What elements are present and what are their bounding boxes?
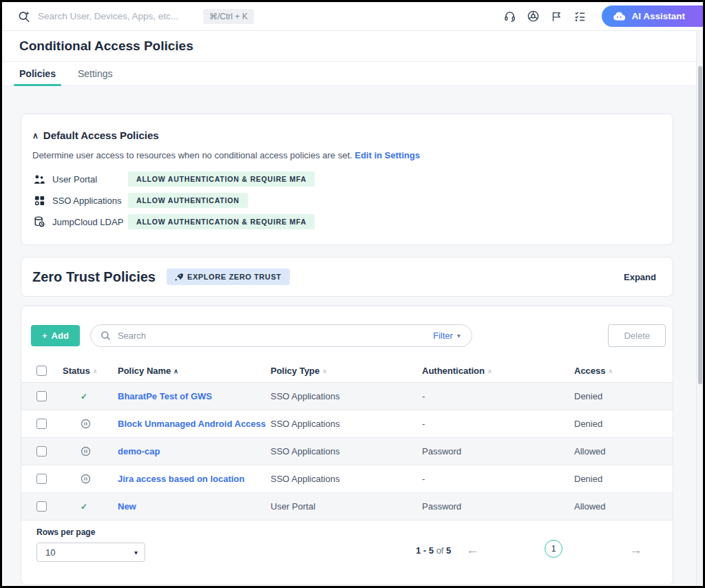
default-access-policies-card: ∧ Default Access Policies Determine user… bbox=[21, 114, 673, 245]
plus-icon: + bbox=[42, 330, 48, 341]
row-checkbox[interactable] bbox=[36, 391, 47, 401]
previous-page-arrow-icon[interactable]: ← bbox=[466, 543, 479, 558]
row-checkbox[interactable] bbox=[36, 446, 47, 456]
authentication-cell: - bbox=[422, 391, 574, 401]
vertical-scrollbar-thumb[interactable] bbox=[698, 66, 702, 384]
policy-name-link[interactable]: New bbox=[118, 501, 271, 512]
policy-name-link[interactable]: BharatPe Test of GWS bbox=[118, 391, 271, 401]
row-checkbox[interactable] bbox=[36, 419, 47, 429]
expand-button[interactable]: Expand bbox=[624, 272, 656, 282]
authentication-cell: - bbox=[422, 474, 574, 484]
rocket-icon bbox=[175, 273, 183, 281]
edit-in-settings-link[interactable]: Edit in Settings bbox=[355, 150, 420, 160]
tasklist-icon[interactable] bbox=[573, 10, 587, 23]
explore-zero-trust-badge[interactable]: EXPLORE ZERO TRUST bbox=[167, 269, 290, 285]
row-checkbox[interactable] bbox=[36, 474, 47, 484]
policy-type-cell: SSO Applications bbox=[271, 474, 422, 484]
row-checkbox[interactable] bbox=[36, 501, 47, 512]
rows-per-page-value: 10 bbox=[45, 547, 134, 558]
table-footer: Rows per page 10 ▾ 1 - 5 of 5 ← 1 → bbox=[21, 521, 673, 584]
table-search-input[interactable] bbox=[118, 330, 433, 341]
vertical-scrollbar-track[interactable] bbox=[696, 30, 703, 586]
default-access-description: Determine user access to resources when … bbox=[32, 150, 659, 160]
default-access-title: Default Access Policies bbox=[43, 129, 159, 141]
sort-caret-icon: ∧ bbox=[173, 368, 178, 375]
sort-caret-icon: ∧ bbox=[322, 368, 327, 375]
pagination-of-label: of bbox=[436, 545, 444, 556]
policy-type-cell: SSO Applications bbox=[271, 446, 422, 456]
default-access-items: User Portal ALLOW AUTHENTICATION & REQUI… bbox=[32, 171, 659, 229]
tab-settings[interactable]: Settings bbox=[72, 63, 118, 85]
status-cell: ✓ bbox=[63, 392, 118, 401]
rows-per-page-label: Rows per page bbox=[36, 527, 145, 537]
app-window: ⌘/Ctrl + K bbox=[0, 0, 705, 588]
caret-down-icon: ▾ bbox=[134, 549, 138, 556]
add-button[interactable]: + Add bbox=[31, 325, 80, 346]
topbar: ⌘/Ctrl + K bbox=[2, 2, 703, 31]
table-search-pill: Filter ▾ bbox=[90, 324, 472, 347]
select-all-checkbox[interactable] bbox=[36, 366, 47, 376]
access-cell: Denied bbox=[574, 474, 673, 484]
status-cell bbox=[63, 474, 118, 484]
tabbar: Policies Settings bbox=[2, 62, 703, 86]
ai-cloud-icon bbox=[613, 12, 626, 21]
tab-policies[interactable]: Policies bbox=[14, 63, 61, 85]
table-toolbar: + Add Filter ▾ Delete bbox=[21, 306, 673, 359]
sort-caret-icon: ∧ bbox=[609, 368, 613, 375]
status-active-icon: ✓ bbox=[81, 392, 87, 401]
column-header-policy-name[interactable]: Policy Name ∧ bbox=[118, 366, 271, 376]
status-paused-icon bbox=[81, 474, 91, 484]
user-portal-icon bbox=[32, 173, 46, 185]
policy-type-cell: SSO Applications bbox=[271, 391, 422, 401]
authentication-cell: Password bbox=[422, 446, 574, 456]
flag-icon[interactable] bbox=[549, 10, 563, 23]
column-header-status[interactable]: Status ∧ bbox=[63, 366, 118, 376]
default-access-badge: ALLOW AUTHENTICATION bbox=[128, 193, 248, 208]
sso-applications-icon bbox=[32, 194, 46, 207]
default-access-badge: ALLOW AUTHENTICATION & REQUIRE MFA bbox=[128, 214, 315, 229]
column-header-access[interactable]: Access ∧ bbox=[574, 366, 673, 376]
pagination-range: 1 - 5 of 5 bbox=[416, 545, 451, 556]
access-cell: Allowed bbox=[574, 501, 673, 512]
global-search-input[interactable] bbox=[38, 11, 196, 21]
search-icon bbox=[101, 330, 111, 341]
add-button-label: Add bbox=[52, 330, 69, 341]
ldap-icon bbox=[32, 216, 46, 228]
authentication-cell: - bbox=[422, 419, 574, 429]
status-cell: ✓ bbox=[63, 502, 118, 512]
zero-trust-title: Zero Trust Policies bbox=[32, 269, 156, 285]
policy-name-link[interactable]: demo-cap bbox=[118, 446, 271, 456]
status-active-icon: ✓ bbox=[81, 502, 87, 512]
rows-per-page-block: Rows per page 10 ▾ bbox=[36, 527, 145, 562]
community-globe-icon[interactable] bbox=[526, 10, 540, 23]
default-access-item-sso: SSO Applications ALLOW AUTHENTICATION bbox=[32, 193, 659, 208]
delete-button[interactable]: Delete bbox=[608, 324, 666, 347]
table-header-row: Status ∧ Policy Name ∧ Policy Type ∧ Aut… bbox=[21, 359, 673, 383]
page-title: Conditional Access Policies bbox=[19, 39, 193, 54]
default-access-item-ldap: JumpCloud LDAP ALLOW AUTHENTICATION & RE… bbox=[32, 214, 659, 229]
default-access-description-text: Determine user access to resources when … bbox=[32, 150, 352, 160]
policy-name-link[interactable]: Block Unmanaged Android Access bbox=[118, 419, 271, 429]
access-cell: Denied bbox=[574, 391, 673, 401]
column-header-policy-type[interactable]: Policy Type ∧ bbox=[271, 366, 422, 376]
policy-type-cell: SSO Applications bbox=[271, 419, 422, 429]
filter-dropdown[interactable]: Filter ▾ bbox=[433, 330, 461, 341]
table-row: Jira access based on location SSO Applic… bbox=[21, 465, 673, 493]
support-headset-icon[interactable] bbox=[503, 10, 516, 23]
column-header-authentication[interactable]: Authentication ∧ bbox=[422, 366, 574, 376]
page-header: Conditional Access Policies bbox=[2, 31, 703, 62]
filter-label: Filter bbox=[433, 330, 453, 341]
page-number-button[interactable]: 1 bbox=[545, 540, 562, 558]
sort-caret-icon: ∧ bbox=[487, 368, 492, 375]
default-access-collapse-toggle[interactable]: ∧ Default Access Policies bbox=[32, 129, 659, 141]
policy-name-link[interactable]: Jira access based on location bbox=[118, 474, 271, 484]
ai-assistant-button[interactable]: AI Assistant bbox=[602, 6, 703, 27]
keyboard-shortcut-badge: ⌘/Ctrl + K bbox=[203, 9, 254, 24]
rows-per-page-select[interactable]: 10 ▾ bbox=[36, 543, 145, 562]
next-page-arrow-icon[interactable]: → bbox=[629, 543, 642, 558]
default-access-item-label: SSO Applications bbox=[52, 196, 128, 206]
default-access-item-label: User Portal bbox=[52, 174, 128, 185]
explore-zero-trust-label: EXPLORE ZERO TRUST bbox=[187, 273, 282, 281]
default-access-item-user-portal: User Portal ALLOW AUTHENTICATION & REQUI… bbox=[32, 171, 659, 187]
chevron-up-icon: ∧ bbox=[32, 131, 39, 140]
